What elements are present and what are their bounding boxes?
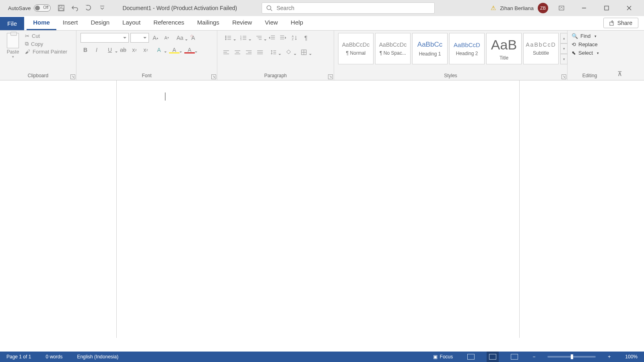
replace-label: Replace (578, 41, 598, 47)
numbering-button[interactable]: 123 (237, 33, 250, 43)
tab-references[interactable]: References (147, 16, 191, 30)
maximize-button[interactable] (597, 0, 616, 16)
font-dialog-launcher[interactable]: ↘ (211, 74, 216, 79)
autosave-toggle-knob (35, 6, 40, 10)
bold-button[interactable]: B (80, 45, 90, 55)
line-spacing-button[interactable] (266, 47, 280, 57)
share-button[interactable]: Share (603, 18, 638, 28)
align-center-button[interactable] (233, 47, 242, 57)
document-page[interactable] (117, 80, 519, 338)
web-layout-button[interactable] (508, 352, 520, 362)
multilevel-list-button[interactable] (252, 33, 266, 43)
shrink-font-button[interactable]: A▾ (162, 33, 171, 43)
qat-customize-button[interactable] (98, 4, 106, 12)
save-button[interactable] (57, 4, 65, 12)
undo-button[interactable] (71, 4, 79, 12)
decrease-indent-button[interactable] (267, 33, 277, 43)
replace-button[interactable]: ⟲Replace (572, 41, 599, 47)
close-button[interactable] (620, 0, 638, 16)
borders-button[interactable] (297, 47, 311, 57)
styles-scroll-up[interactable]: ▴ (560, 33, 568, 43)
clear-formatting-button[interactable]: A◇ (188, 33, 198, 43)
font-name-combobox[interactable] (80, 33, 129, 43)
style-heading-1[interactable]: AaBbCcHeading 1 (412, 33, 448, 64)
ribbon-display-options-button[interactable] (552, 0, 571, 16)
user-name[interactable]: Zihan Berliana (500, 5, 534, 11)
change-case-button[interactable]: Aa (173, 33, 187, 43)
tab-view[interactable]: View (258, 16, 284, 30)
tab-mailings[interactable]: Mailings (191, 16, 226, 30)
highlight-button[interactable]: A (167, 45, 181, 55)
tab-insert[interactable]: Insert (56, 16, 85, 30)
styles-dialog-launcher[interactable]: ↘ (561, 74, 566, 79)
font-size-combobox[interactable] (130, 33, 149, 43)
autosave-state: Off (43, 5, 48, 10)
text-effects-button[interactable]: A (152, 45, 166, 55)
styles-expand[interactable]: ▾ (560, 54, 568, 64)
italic-button[interactable]: I (92, 45, 101, 55)
style-normal[interactable]: AaBbCcDc¶ Normal (338, 33, 374, 64)
paste-button[interactable]: Paste ▾ (4, 33, 22, 59)
user-avatar[interactable]: ZB (538, 3, 548, 13)
tab-home[interactable]: Home (27, 16, 56, 30)
read-mode-button[interactable] (465, 352, 477, 362)
align-right-button[interactable] (244, 47, 254, 57)
style-heading-2[interactable]: AaBbCcDHeading 2 (449, 33, 485, 64)
tab-design[interactable]: Design (84, 16, 116, 30)
search-input[interactable] (277, 5, 430, 11)
select-button[interactable]: ⬉Select▾ (572, 50, 599, 56)
share-label: Share (617, 20, 632, 26)
justify-button[interactable] (255, 47, 265, 57)
word-count[interactable]: 0 words (43, 352, 65, 362)
subscript-button[interactable]: x2 (130, 45, 139, 55)
document-area[interactable] (0, 80, 644, 338)
style-no-spacing[interactable]: AaBbCcDc¶ No Spac... (375, 33, 411, 64)
paste-icon (7, 33, 19, 48)
tab-layout[interactable]: Layout (116, 16, 147, 30)
autosave-toggle[interactable]: Off (34, 4, 51, 12)
style-subtitle[interactable]: AaBbCcDSubtitle (523, 33, 559, 64)
cut-button[interactable]: ✂Cut (25, 33, 67, 39)
zoom-slider[interactable] (547, 356, 596, 358)
underline-button[interactable]: U (103, 45, 117, 55)
document-title: Document1 - Word (Product Activation Fai… (122, 5, 237, 11)
sort-button[interactable]: AZ (290, 33, 299, 43)
style-name: Title (500, 55, 508, 61)
redo-button[interactable] (85, 4, 93, 12)
focus-mode-button[interactable]: ▣Focus (431, 352, 456, 362)
tab-help[interactable]: Help (284, 16, 310, 30)
collapse-ribbon-button[interactable]: ⊼ (617, 70, 622, 78)
show-marks-button[interactable]: ¶ (301, 33, 311, 43)
search-box[interactable] (262, 2, 435, 14)
page-indicator[interactable]: Page 1 of 1 (4, 352, 33, 362)
superscript-button[interactable]: x2 (141, 45, 151, 55)
strikethrough-button[interactable]: ab (118, 45, 128, 55)
grow-font-button[interactable]: A▴ (151, 33, 160, 43)
style-sample: AaBbCcD (526, 41, 556, 48)
style-title[interactable]: AaBTitle (486, 33, 522, 64)
copy-button[interactable]: ⧉Copy (25, 41, 67, 47)
find-button[interactable]: 🔍Find▾ (572, 33, 599, 39)
svg-rect-2 (59, 8, 63, 10)
tab-review[interactable]: Review (226, 16, 258, 30)
style-name: Heading 2 (456, 51, 478, 56)
align-left-button[interactable] (221, 47, 231, 57)
shading-button[interactable] (282, 47, 295, 57)
zoom-out-button[interactable]: − (530, 352, 538, 362)
font-color-button[interactable]: A (183, 45, 196, 55)
clipboard-dialog-launcher[interactable]: ↘ (70, 74, 75, 79)
tab-file[interactable]: File (0, 17, 24, 30)
minimize-button[interactable] (575, 0, 593, 16)
paragraph-dialog-launcher[interactable]: ↘ (328, 74, 333, 79)
autosave-control[interactable]: AutoSave Off (0, 4, 51, 12)
format-painter-button[interactable]: 🖌Format Painter (25, 49, 67, 55)
styles-group-label: Styles (338, 73, 563, 79)
increase-indent-button[interactable] (279, 33, 288, 43)
zoom-slider-thumb[interactable] (571, 354, 573, 359)
language-indicator[interactable]: English (Indonesia) (74, 352, 121, 362)
zoom-in-button[interactable]: + (605, 352, 613, 362)
print-layout-button[interactable] (487, 352, 499, 362)
zoom-level[interactable]: 100% (623, 352, 640, 362)
bullets-button[interactable] (221, 33, 235, 43)
styles-scroll-down[interactable]: ▾ (560, 43, 568, 54)
